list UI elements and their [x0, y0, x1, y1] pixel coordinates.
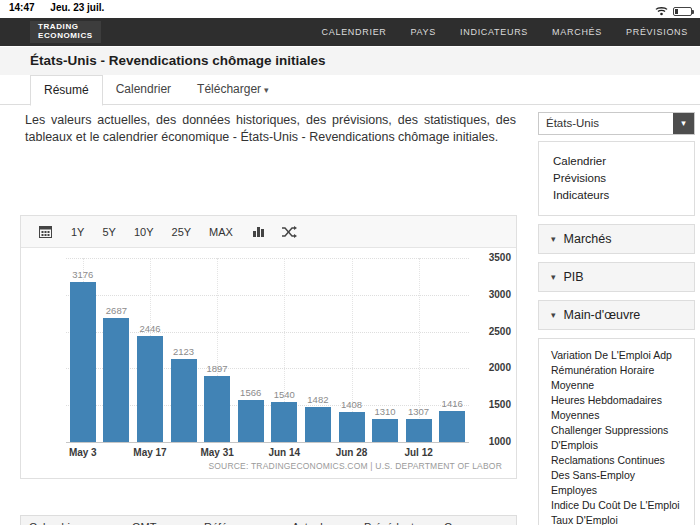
chevron-down-icon: ▾ — [551, 234, 556, 244]
range-button-25y[interactable]: 25Y — [165, 223, 199, 241]
bar[interactable] — [372, 419, 398, 442]
country-select[interactable]: États-Unis ▾ — [538, 112, 695, 135]
nav-item-marchés[interactable]: MARCHÉS — [552, 27, 602, 37]
tab-télécharger[interactable]: Télécharger▾ — [184, 75, 282, 105]
x-axis-label: Jun 14 — [259, 447, 309, 458]
x-axis-label: Jul 12 — [394, 447, 444, 458]
table-column-header: Précédent — [364, 521, 444, 525]
bar-chart-plot: SOURCE: TRADINGECONOMICS.COM | U.S. DEPA… — [21, 248, 516, 478]
section-label: Marchés — [564, 232, 612, 246]
sidebar-link[interactable]: Challenger Suppressions D'Emplois — [551, 423, 682, 453]
status-date: Jeu. 23 juil. — [50, 2, 104, 13]
nav-item-pays[interactable]: PAYS — [411, 27, 436, 37]
bar-value-label: 1897 — [195, 363, 239, 374]
status-bar: 14:47 Jeu. 23 juil. — [0, 0, 700, 18]
sidebar-link-prévisions[interactable]: Prévisions — [553, 170, 680, 187]
section-main-d'œuvre[interactable]: ▾Main-d'œuvre — [538, 300, 695, 330]
side-sections: ▾Marchés▾PIB▾Main-d'œuvre — [538, 224, 695, 330]
y-axis-label: 3500 — [473, 252, 511, 263]
country-select-value: États-Unis — [546, 117, 599, 129]
chart-widget: 1Y5Y10Y25YMAX SOURCE: TRADINGECONOMICS.C… — [20, 215, 517, 479]
bar-value-label: 1416 — [430, 398, 474, 409]
title-bar: États-Unis - Revendications chômage init… — [0, 47, 700, 75]
section-marchés[interactable]: ▾Marchés — [538, 224, 695, 254]
nav-item-prévisions[interactable]: PRÉVISIONS — [626, 27, 688, 37]
range-button-max[interactable]: MAX — [202, 223, 240, 241]
gridline — [66, 295, 469, 296]
bar-value-label: 2687 — [94, 305, 138, 316]
battery-icon — [673, 7, 692, 16]
y-axis-label: 1500 — [473, 399, 511, 410]
chevron-down-icon[interactable]: ▾ — [673, 113, 694, 134]
chevron-down-icon: ▾ — [551, 310, 556, 320]
y-axis-label: 3000 — [473, 289, 511, 300]
sidebar: États-Unis ▾ CalendrierPrévisionsIndicat… — [538, 112, 695, 525]
bar[interactable] — [339, 412, 365, 442]
section-pib[interactable]: ▾PIB — [538, 262, 695, 292]
bar-value-label: 2446 — [128, 323, 172, 334]
chevron-down-icon: ▾ — [551, 272, 556, 282]
sidebar-link[interactable]: Heures Hebdomadaires Moyennes — [551, 393, 682, 423]
bar[interactable] — [238, 400, 264, 442]
y-axis-label: 1000 — [473, 436, 511, 447]
chart-source: SOURCE: TRADINGECONOMICS.COM | U.S. DEPA… — [208, 461, 502, 471]
table-column-header: Consensus — [444, 521, 504, 525]
section-label: Main-d'œuvre — [564, 308, 641, 322]
sidebar-link[interactable]: Reclamations Continues Des Sans-Employ — [551, 453, 682, 483]
gridline — [66, 258, 469, 259]
range-button-5y[interactable]: 5Y — [95, 223, 122, 241]
nav-item-calendrier[interactable]: CALENDRIER — [322, 27, 387, 37]
table-column-header: Actuel — [292, 521, 364, 525]
bar[interactable] — [137, 336, 163, 442]
bar[interactable] — [271, 402, 297, 442]
y-axis-label: 2000 — [473, 362, 511, 373]
range-button-10y[interactable]: 10Y — [127, 223, 161, 241]
x-axis-label: May 31 — [192, 447, 242, 458]
sidebar-link-calendrier[interactable]: Calendrier — [553, 153, 680, 170]
x-axis-label: Jun 28 — [327, 447, 377, 458]
compare-shuffle-icon[interactable] — [278, 223, 300, 241]
calendar-icon[interactable] — [34, 223, 56, 241]
chevron-down-icon: ▾ — [264, 85, 269, 95]
bar[interactable] — [171, 359, 197, 442]
labor-links-box: Variation De L'Emploi AdpRémunération Ho… — [538, 338, 695, 525]
sidebar-link[interactable]: Variation De L'Emploi Adp — [551, 348, 682, 363]
page-description: Les valeurs actuelles, des données histo… — [25, 112, 516, 145]
sidebar-link[interactable]: Indice Du Coût De L'Emploi — [551, 498, 682, 513]
y-axis-label: 2500 — [473, 326, 511, 337]
table-column-header: Référence — [204, 521, 292, 525]
bar[interactable] — [305, 407, 331, 443]
trading-economics-logo[interactable]: TRADING ECONOMICS — [30, 21, 101, 43]
status-left: 14:47 Jeu. 23 juil. — [9, 2, 104, 13]
quick-links-box: CalendrierPrévisionsIndicateurs — [538, 141, 695, 216]
sidebar-link[interactable]: Rémunération Horaire Moyenne — [551, 363, 682, 393]
tab-bar: RésuméCalendrierTélécharger▾ — [0, 75, 700, 105]
bar[interactable] — [406, 419, 432, 442]
sidebar-link-indicateurs[interactable]: Indicateurs — [553, 187, 680, 204]
bar-value-label: 3176 — [61, 269, 105, 280]
column-chart-icon[interactable] — [248, 223, 270, 241]
page: 14:47 Jeu. 23 juil. TRADING ECONOMICS CA… — [0, 0, 700, 525]
brand-line2: ECONOMICS — [38, 32, 93, 41]
nav-links: CALENDRIERPAYSINDICATEURSMARCHÉSPRÉVISIO… — [322, 18, 688, 46]
gridline — [66, 442, 469, 443]
tabs: RésuméCalendrierTélécharger▾ — [30, 75, 282, 105]
page-title: États-Unis - Revendications chômage init… — [30, 53, 326, 68]
tab-calendrier[interactable]: Calendrier — [103, 75, 184, 105]
sidebar-link[interactable]: Taux D'Emploi — [551, 513, 682, 525]
bar[interactable] — [204, 376, 230, 442]
bar[interactable] — [103, 318, 129, 442]
sidebar-link[interactable]: Employes — [551, 483, 682, 498]
x-axis-label: May 3 — [58, 447, 108, 458]
calendar-table-header: CalendrierGMTRéférenceActuelPrécédentCon… — [20, 515, 517, 525]
tab-résumé[interactable]: Résumé — [30, 75, 103, 106]
bar[interactable] — [70, 282, 96, 442]
nav-item-indicateurs[interactable]: INDICATEURS — [460, 27, 528, 37]
bar-value-label: 2123 — [162, 346, 206, 357]
clock: 14:47 — [9, 2, 35, 13]
range-button-1y[interactable]: 1Y — [64, 223, 91, 241]
bar[interactable] — [439, 411, 465, 442]
table-column-header: GMT — [132, 521, 204, 525]
range-buttons: 1Y5Y10Y25YMAX — [64, 223, 240, 241]
section-label: PIB — [564, 270, 584, 284]
